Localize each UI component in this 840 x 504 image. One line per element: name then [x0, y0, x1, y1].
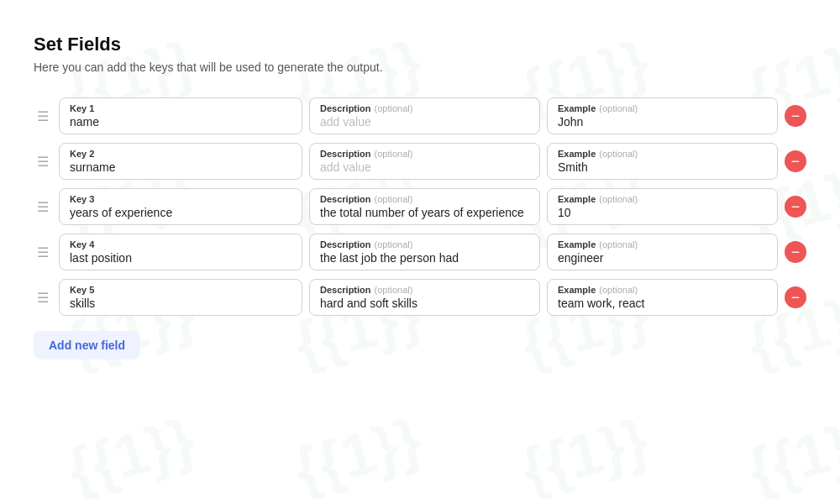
- remove-field-button-3[interactable]: −: [785, 196, 806, 218]
- desc-input-3[interactable]: [320, 206, 529, 219]
- field-row: ☰ Key 4 Description (optional) Example (…: [34, 234, 806, 270]
- key-box-2: Key 2: [59, 143, 302, 180]
- field-group: Key 3 Description (optional) Example (op…: [59, 188, 778, 225]
- example-optional-5: (optional): [599, 285, 638, 295]
- field-row: ☰ Key 1 Description (optional) Example (…: [34, 97, 806, 134]
- desc-label-5: Description (optional): [320, 285, 529, 295]
- drag-handle-icon[interactable]: ☰: [34, 196, 52, 218]
- example-optional-3: (optional): [599, 194, 638, 204]
- desc-optional-3: (optional): [375, 194, 413, 204]
- remove-field-button-1[interactable]: −: [785, 105, 806, 127]
- drag-handle-icon[interactable]: ☰: [34, 105, 52, 128]
- example-input-3[interactable]: [558, 206, 767, 219]
- example-label-4: Example (optional): [558, 239, 767, 249]
- key-input-5[interactable]: [70, 297, 291, 310]
- desc-label-1: Description (optional): [320, 103, 529, 113]
- desc-box-3: Description (optional): [309, 188, 540, 225]
- fields-list: ☰ Key 1 Description (optional) Example (…: [34, 97, 806, 316]
- example-optional-1: (optional): [599, 103, 638, 113]
- example-label-5: Example (optional): [558, 285, 767, 295]
- field-row: ☰ Key 2 Description (optional) Example (…: [34, 143, 806, 180]
- key-label-1: Key 1: [70, 103, 291, 113]
- desc-input-4[interactable]: [320, 251, 529, 265]
- key-input-4[interactable]: [70, 251, 291, 265]
- key-box-4: Key 4: [59, 234, 302, 270]
- field-group: Key 4 Description (optional) Example (op…: [59, 234, 778, 270]
- example-box-3: Example (optional): [547, 188, 778, 225]
- drag-handle-icon[interactable]: ☰: [34, 286, 52, 309]
- example-label-1: Example (optional): [558, 103, 767, 113]
- example-box-1: Example (optional): [547, 97, 778, 134]
- desc-box-2: Description (optional): [309, 143, 540, 180]
- key-box-3: Key 3: [59, 188, 302, 225]
- page-title: Set Fields: [34, 34, 806, 55]
- example-optional-4: (optional): [599, 239, 638, 249]
- example-input-2[interactable]: [558, 160, 767, 174]
- field-group: Key 5 Description (optional) Example (op…: [59, 279, 778, 316]
- remove-field-button-4[interactable]: −: [785, 241, 806, 263]
- example-input-4[interactable]: [558, 251, 767, 265]
- key-box-1: Key 1: [59, 97, 302, 134]
- example-optional-2: (optional): [599, 149, 638, 159]
- drag-handle-icon[interactable]: ☰: [34, 150, 52, 173]
- desc-input-5[interactable]: [320, 297, 529, 310]
- example-input-1[interactable]: [558, 115, 767, 129]
- desc-input-1[interactable]: [320, 115, 529, 129]
- remove-field-button-2[interactable]: −: [785, 150, 806, 172]
- field-group: Key 1 Description (optional) Example (op…: [59, 97, 778, 134]
- remove-field-button-5[interactable]: −: [785, 286, 806, 308]
- key-label-3: Key 3: [70, 194, 291, 204]
- field-row: ☰ Key 5 Description (optional) Example (…: [34, 279, 806, 316]
- example-box-5: Example (optional): [547, 279, 778, 316]
- desc-label-2: Description (optional): [320, 149, 529, 159]
- drag-handle-icon[interactable]: ☰: [34, 241, 52, 264]
- key-input-3[interactable]: [70, 206, 291, 219]
- example-box-4: Example (optional): [547, 234, 778, 270]
- desc-optional-1: (optional): [375, 103, 413, 113]
- key-input-2[interactable]: [70, 160, 291, 174]
- example-input-5[interactable]: [558, 297, 767, 310]
- field-row: ☰ Key 3 Description (optional) Example (…: [34, 188, 806, 225]
- key-label-5: Key 5: [70, 285, 291, 295]
- example-label-2: Example (optional): [558, 149, 767, 159]
- desc-optional-5: (optional): [375, 285, 413, 295]
- key-input-1[interactable]: [70, 115, 291, 129]
- desc-box-5: Description (optional): [309, 279, 540, 316]
- add-new-field-button[interactable]: Add new field: [34, 331, 140, 360]
- key-label-4: Key 4: [70, 239, 291, 249]
- example-box-2: Example (optional): [547, 143, 778, 180]
- desc-label-3: Description (optional): [320, 194, 529, 204]
- desc-optional-4: (optional): [375, 239, 413, 249]
- example-label-3: Example (optional): [558, 194, 767, 204]
- desc-input-2[interactable]: [320, 160, 529, 174]
- desc-optional-2: (optional): [375, 149, 413, 159]
- desc-box-1: Description (optional): [309, 97, 540, 134]
- desc-label-4: Description (optional): [320, 239, 529, 249]
- page-subtitle: Here you can add the keys that will be u…: [34, 60, 806, 74]
- key-label-2: Key 2: [70, 149, 291, 159]
- key-box-5: Key 5: [59, 279, 302, 316]
- desc-box-4: Description (optional): [309, 234, 540, 270]
- field-group: Key 2 Description (optional) Example (op…: [59, 143, 778, 180]
